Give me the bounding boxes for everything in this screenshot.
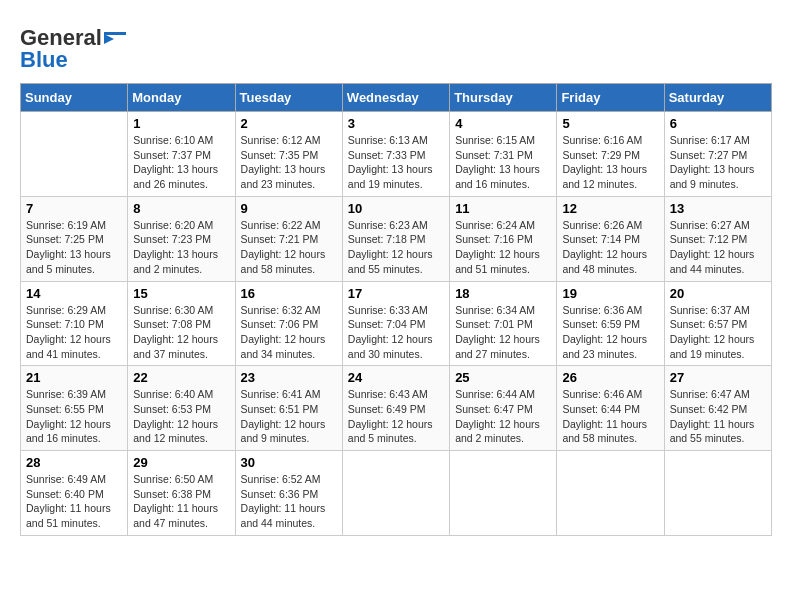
- cell-info: Daylight: 12 hours: [348, 247, 444, 262]
- cell-info: and 23 minutes.: [562, 347, 658, 362]
- day-number: 24: [348, 370, 444, 385]
- calendar-header-row: SundayMondayTuesdayWednesdayThursdayFrid…: [21, 84, 772, 112]
- cell-info: Sunset: 7:35 PM: [241, 148, 337, 163]
- day-number: 26: [562, 370, 658, 385]
- cell-info: Sunrise: 6:10 AM: [133, 133, 229, 148]
- header-day-wednesday: Wednesday: [342, 84, 449, 112]
- cell-info: Sunset: 7:01 PM: [455, 317, 551, 332]
- day-number: 22: [133, 370, 229, 385]
- calendar-cell: 23Sunrise: 6:41 AMSunset: 6:51 PMDayligh…: [235, 366, 342, 451]
- cell-info: Sunrise: 6:37 AM: [670, 303, 766, 318]
- calendar-cell: 29Sunrise: 6:50 AMSunset: 6:38 PMDayligh…: [128, 451, 235, 536]
- cell-info: Daylight: 12 hours: [133, 332, 229, 347]
- calendar-cell: 19Sunrise: 6:36 AMSunset: 6:59 PMDayligh…: [557, 281, 664, 366]
- calendar-cell: 30Sunrise: 6:52 AMSunset: 6:36 PMDayligh…: [235, 451, 342, 536]
- cell-info: Daylight: 12 hours: [348, 332, 444, 347]
- cell-info: and 12 minutes.: [133, 431, 229, 446]
- cell-info: Daylight: 12 hours: [670, 247, 766, 262]
- cell-info: Daylight: 11 hours: [133, 501, 229, 516]
- cell-info: and 16 minutes.: [455, 177, 551, 192]
- cell-info: and 51 minutes.: [455, 262, 551, 277]
- cell-info: Daylight: 11 hours: [670, 417, 766, 432]
- cell-info: Sunrise: 6:26 AM: [562, 218, 658, 233]
- calendar-cell: 18Sunrise: 6:34 AMSunset: 7:01 PMDayligh…: [450, 281, 557, 366]
- header-day-tuesday: Tuesday: [235, 84, 342, 112]
- header-day-sunday: Sunday: [21, 84, 128, 112]
- cell-info: Sunset: 7:18 PM: [348, 232, 444, 247]
- day-number: 19: [562, 286, 658, 301]
- cell-info: Sunset: 6:38 PM: [133, 487, 229, 502]
- cell-info: Sunset: 6:40 PM: [26, 487, 122, 502]
- calendar-cell: [342, 451, 449, 536]
- cell-info: Daylight: 13 hours: [670, 162, 766, 177]
- calendar-cell: 10Sunrise: 6:23 AMSunset: 7:18 PMDayligh…: [342, 196, 449, 281]
- cell-info: Daylight: 13 hours: [133, 162, 229, 177]
- day-number: 25: [455, 370, 551, 385]
- cell-info: Sunset: 7:10 PM: [26, 317, 122, 332]
- calendar-cell: 5Sunrise: 6:16 AMSunset: 7:29 PMDaylight…: [557, 112, 664, 197]
- cell-info: and 48 minutes.: [562, 262, 658, 277]
- cell-info: Sunset: 7:37 PM: [133, 148, 229, 163]
- page-header: General Blue: [20, 20, 772, 73]
- cell-info: Sunrise: 6:44 AM: [455, 387, 551, 402]
- cell-info: and 5 minutes.: [26, 262, 122, 277]
- cell-info: Daylight: 12 hours: [133, 417, 229, 432]
- cell-info: and 5 minutes.: [348, 431, 444, 446]
- day-number: 21: [26, 370, 122, 385]
- calendar-cell: 8Sunrise: 6:20 AMSunset: 7:23 PMDaylight…: [128, 196, 235, 281]
- cell-info: Daylight: 12 hours: [348, 417, 444, 432]
- calendar-cell: 24Sunrise: 6:43 AMSunset: 6:49 PMDayligh…: [342, 366, 449, 451]
- cell-info: Sunrise: 6:47 AM: [670, 387, 766, 402]
- calendar-cell: 2Sunrise: 6:12 AMSunset: 7:35 PMDaylight…: [235, 112, 342, 197]
- cell-info: Daylight: 12 hours: [26, 332, 122, 347]
- cell-info: Sunset: 7:33 PM: [348, 148, 444, 163]
- calendar-week-1: 1Sunrise: 6:10 AMSunset: 7:37 PMDaylight…: [21, 112, 772, 197]
- cell-info: Daylight: 12 hours: [562, 247, 658, 262]
- cell-info: Sunset: 7:12 PM: [670, 232, 766, 247]
- day-number: 7: [26, 201, 122, 216]
- calendar-cell: 20Sunrise: 6:37 AMSunset: 6:57 PMDayligh…: [664, 281, 771, 366]
- cell-info: Daylight: 13 hours: [455, 162, 551, 177]
- cell-info: and 51 minutes.: [26, 516, 122, 531]
- cell-info: Sunrise: 6:39 AM: [26, 387, 122, 402]
- header-day-friday: Friday: [557, 84, 664, 112]
- cell-info: Sunset: 7:06 PM: [241, 317, 337, 332]
- calendar-cell: [664, 451, 771, 536]
- calendar-cell: 9Sunrise: 6:22 AMSunset: 7:21 PMDaylight…: [235, 196, 342, 281]
- day-number: 3: [348, 116, 444, 131]
- cell-info: and 2 minutes.: [455, 431, 551, 446]
- cell-info: Daylight: 12 hours: [241, 247, 337, 262]
- cell-info: and 30 minutes.: [348, 347, 444, 362]
- cell-info: Sunset: 6:49 PM: [348, 402, 444, 417]
- logo: General Blue: [20, 25, 126, 73]
- cell-info: Daylight: 13 hours: [562, 162, 658, 177]
- cell-info: Sunrise: 6:50 AM: [133, 472, 229, 487]
- header-day-monday: Monday: [128, 84, 235, 112]
- day-number: 15: [133, 286, 229, 301]
- cell-info: Sunset: 7:29 PM: [562, 148, 658, 163]
- calendar-cell: 4Sunrise: 6:15 AMSunset: 7:31 PMDaylight…: [450, 112, 557, 197]
- calendar-cell: 28Sunrise: 6:49 AMSunset: 6:40 PMDayligh…: [21, 451, 128, 536]
- day-number: 1: [133, 116, 229, 131]
- day-number: 28: [26, 455, 122, 470]
- cell-info: Daylight: 13 hours: [26, 247, 122, 262]
- cell-info: Sunrise: 6:41 AM: [241, 387, 337, 402]
- cell-info: Sunset: 7:23 PM: [133, 232, 229, 247]
- cell-info: Daylight: 12 hours: [455, 417, 551, 432]
- cell-info: and 44 minutes.: [241, 516, 337, 531]
- cell-info: Daylight: 11 hours: [562, 417, 658, 432]
- cell-info: Daylight: 12 hours: [562, 332, 658, 347]
- cell-info: Sunset: 6:59 PM: [562, 317, 658, 332]
- cell-info: Daylight: 13 hours: [241, 162, 337, 177]
- day-number: 8: [133, 201, 229, 216]
- cell-info: and 2 minutes.: [133, 262, 229, 277]
- calendar-cell: [450, 451, 557, 536]
- cell-info: Sunset: 7:04 PM: [348, 317, 444, 332]
- cell-info: Sunrise: 6:32 AM: [241, 303, 337, 318]
- cell-info: Sunrise: 6:20 AM: [133, 218, 229, 233]
- cell-info: and 19 minutes.: [348, 177, 444, 192]
- cell-info: Sunrise: 6:34 AM: [455, 303, 551, 318]
- day-number: 23: [241, 370, 337, 385]
- cell-info: and 26 minutes.: [133, 177, 229, 192]
- calendar-cell: 25Sunrise: 6:44 AMSunset: 6:47 PMDayligh…: [450, 366, 557, 451]
